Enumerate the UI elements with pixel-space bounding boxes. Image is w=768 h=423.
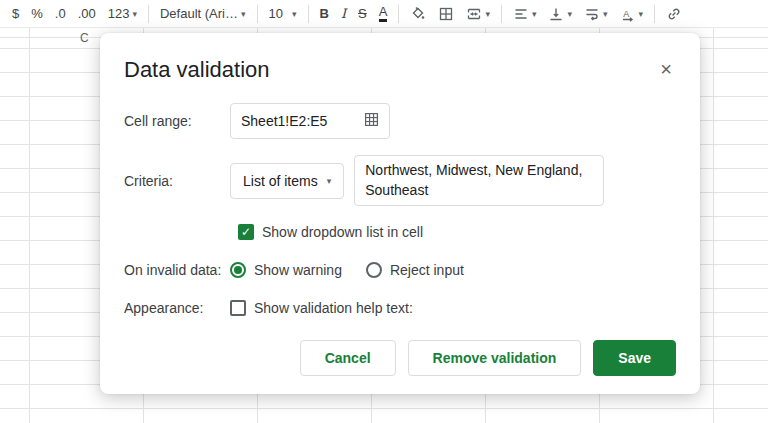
invalid-data-label: On invalid data:	[124, 262, 230, 278]
show-warning-label[interactable]: Show warning	[254, 262, 342, 278]
insert-link-button[interactable]	[660, 2, 688, 26]
formatting-toolbar: $ % .0 .00 123 ▾ Default (Ari… ▾ 10 ▾ B …	[0, 0, 768, 28]
criteria-type-value: List of items	[243, 173, 318, 189]
strikethrough-button[interactable]: S	[352, 2, 373, 26]
chevron-down-icon: ▾	[132, 9, 137, 19]
chevron-down-icon: ▾	[567, 9, 572, 19]
percent-format-button[interactable]: %	[25, 2, 49, 26]
svg-text:A: A	[623, 8, 629, 18]
horizontal-align-icon	[513, 6, 529, 22]
more-formats-button[interactable]: 123 ▾	[102, 2, 143, 26]
fill-color-icon	[410, 6, 426, 22]
reject-input-label[interactable]: Reject input	[390, 262, 464, 278]
text-color-button[interactable]: A	[373, 2, 394, 26]
toolbar-divider	[501, 5, 502, 23]
help-text-checkbox[interactable]	[230, 300, 246, 316]
chevron-down-icon: ▾	[327, 176, 332, 186]
font-family-select[interactable]: Default (Ari… ▾	[154, 2, 252, 26]
merge-cells-icon	[466, 6, 482, 22]
show-dropdown-checkbox[interactable]: ✓	[238, 224, 254, 240]
decrease-decimal-button[interactable]: .0	[49, 2, 72, 26]
column-header-c: C	[80, 31, 89, 45]
show-dropdown-label[interactable]: Show dropdown list in cell	[262, 224, 423, 240]
text-rotation-icon: A	[620, 6, 636, 22]
criteria-items-input[interactable]: Northwest, Midwest, New England, Southea…	[354, 155, 604, 206]
fill-color-button[interactable]	[404, 2, 432, 26]
cell-range-label: Cell range:	[124, 113, 230, 129]
range-select-icon[interactable]	[364, 112, 379, 130]
link-icon	[666, 6, 682, 22]
currency-format-button[interactable]: $	[6, 2, 25, 26]
horizontal-align-button[interactable]: ▾	[507, 2, 543, 26]
italic-button[interactable]: I	[335, 2, 352, 26]
toolbar-divider	[308, 5, 309, 23]
toolbar-divider	[654, 5, 655, 23]
font-size-select[interactable]: 10 ▾	[263, 2, 303, 26]
check-icon: ✓	[241, 225, 251, 239]
save-button[interactable]: Save	[593, 340, 676, 376]
data-validation-dialog: Data validation × Cell range: Sheet1!E2:…	[100, 33, 700, 394]
increase-decimal-button[interactable]: .00	[72, 2, 102, 26]
toolbar-divider	[398, 5, 399, 23]
chevron-down-icon: ▾	[292, 9, 297, 19]
criteria-type-select[interactable]: List of items ▾	[230, 163, 344, 199]
toolbar-divider	[148, 5, 149, 23]
cell-range-value: Sheet1!E2:E5	[241, 113, 327, 129]
borders-icon	[438, 6, 454, 22]
reject-input-radio[interactable]	[366, 262, 382, 278]
text-wrap-button[interactable]: ▾	[578, 2, 614, 26]
borders-button[interactable]	[432, 2, 460, 26]
appearance-label: Appearance:	[124, 300, 230, 316]
vertical-align-icon	[548, 6, 564, 22]
text-wrap-icon	[584, 6, 600, 22]
chevron-down-icon: ▾	[241, 9, 246, 19]
merge-cells-button[interactable]: ▾	[460, 2, 496, 26]
chevron-down-icon: ▾	[485, 9, 490, 19]
bold-button[interactable]: B	[314, 2, 335, 26]
toolbar-divider	[257, 5, 258, 23]
cancel-button[interactable]: Cancel	[300, 340, 396, 376]
dialog-title: Data validation	[124, 57, 270, 83]
show-warning-radio[interactable]	[230, 262, 246, 278]
cell-range-input[interactable]: Sheet1!E2:E5	[230, 103, 390, 139]
chevron-down-icon: ▾	[639, 9, 644, 19]
vertical-align-button[interactable]: ▾	[542, 2, 578, 26]
text-rotation-button[interactable]: A ▾	[614, 2, 650, 26]
chevron-down-icon: ▾	[532, 9, 537, 19]
remove-validation-button[interactable]: Remove validation	[408, 340, 582, 376]
criteria-label: Criteria:	[124, 173, 230, 189]
chevron-down-icon: ▾	[603, 9, 608, 19]
close-icon[interactable]: ×	[656, 57, 676, 81]
help-text-label[interactable]: Show validation help text:	[254, 300, 413, 316]
